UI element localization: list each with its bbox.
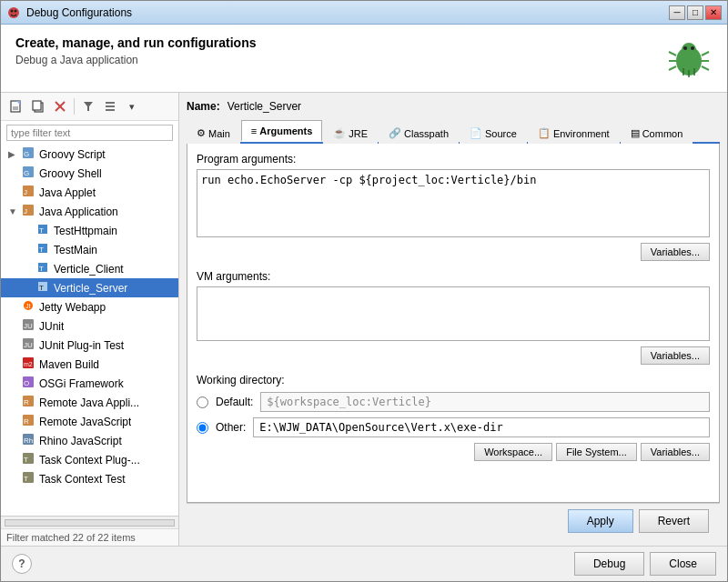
tree-item-label: Jetty Webapp <box>39 301 106 314</box>
tree-item-java-application[interactable]: ▼ J Java Application <box>1 202 178 221</box>
task-plug-icon: T <box>21 452 35 467</box>
arguments-tab-content: Program arguments: run echo.EchoServer -… <box>187 144 720 503</box>
config-name-row: Name: Verticle_Server <box>187 100 720 113</box>
tab-arguments[interactable]: ≡ Arguments <box>241 120 322 142</box>
dir-variables-button[interactable]: Variables... <box>641 443 710 461</box>
working-directory-section: Working directory: Default: Other: Works… <box>197 374 710 461</box>
tab-bar: ⚙ Main ≡ Arguments ☕ JRE 🔗 Classpath 📄 <box>187 120 720 144</box>
tree-item-groovy-shell[interactable]: G Groovy Shell <box>1 164 178 183</box>
java-app-icon: J <box>21 204 35 219</box>
filter-input[interactable] <box>6 125 173 141</box>
svg-point-5 <box>683 46 687 50</box>
left-panel: ▾ ▶ G Groovy Script G <box>1 93 179 546</box>
other-dir-input[interactable] <box>253 417 710 437</box>
junit-icon: JU <box>21 318 35 334</box>
tree-item-junit[interactable]: JU JUnit <box>1 316 178 336</box>
tree-item-testmain[interactable]: T TestMain <box>1 240 178 259</box>
tree-item-groovy-script[interactable]: ▶ G Groovy Script <box>1 145 178 164</box>
tab-source[interactable]: 📄 Source <box>460 122 527 144</box>
program-args-container: run echo.EchoServer -cp ${project_loc:Ve… <box>197 169 710 237</box>
tree-item-java-applet[interactable]: J Java Applet <box>1 183 178 202</box>
tree-item-junit-plugin[interactable]: JU JUnit Plug-in Test <box>1 336 178 355</box>
default-radio-row: Default: <box>197 392 710 412</box>
apply-revert-bar: Apply Revert <box>187 503 720 538</box>
close-button[interactable]: ✕ <box>705 5 722 20</box>
vm-args-input[interactable] <box>197 287 709 337</box>
expand-icon: ▶ <box>8 149 17 159</box>
tab-jre[interactable]: ☕ JRE <box>323 122 378 144</box>
vm-args-variables-button[interactable]: Variables... <box>641 346 710 365</box>
tree-item-remote-java[interactable]: R Remote Java Appli... <box>1 393 178 412</box>
tree-item-label: Remote Java Appli... <box>39 396 139 409</box>
svg-line-7 <box>669 52 676 55</box>
apply-button[interactable]: Apply <box>568 509 633 533</box>
tree-item-rhino[interactable]: Rh Rhino JavaScript <box>1 431 178 450</box>
svg-text:JU: JU <box>24 322 33 330</box>
working-dir-label: Working directory: <box>197 374 710 386</box>
tree-item-verticle-server[interactable]: T Verticle_Server <box>1 278 178 297</box>
svg-rect-21 <box>33 101 41 110</box>
tree-item-label: Java Applet <box>39 186 96 199</box>
default-dir-input[interactable] <box>260 392 710 412</box>
program-args-input[interactable]: run echo.EchoServer -cp ${project_loc:Ve… <box>197 170 709 234</box>
tree-item-label: TestMain <box>54 244 97 256</box>
filter-button[interactable] <box>78 96 98 116</box>
horizontal-scrollbar[interactable] <box>1 516 178 528</box>
tab-main[interactable]: ⚙ Main <box>187 122 240 144</box>
dropdown-button[interactable]: ▾ <box>122 96 142 116</box>
svg-point-1 <box>11 9 14 12</box>
svg-line-10 <box>702 52 709 55</box>
default-radio[interactable] <box>197 396 208 408</box>
duplicate-config-button[interactable] <box>28 96 48 116</box>
svg-text:T: T <box>39 284 44 292</box>
program-args-group: Program arguments: run echo.EchoServer -… <box>197 153 710 261</box>
vm-args-label: VM arguments: <box>197 270 710 283</box>
tree-item-osgi[interactable]: O OSGi Framework <box>1 374 178 393</box>
header-text: Create, manage, and run configurations D… <box>15 35 257 66</box>
program-args-variables-button[interactable]: Variables... <box>641 243 710 261</box>
new-config-button[interactable] <box>6 96 26 116</box>
close-dialog-button[interactable]: Close <box>650 552 716 576</box>
name-value: Verticle_Server <box>228 100 720 113</box>
svg-text:T: T <box>39 265 44 273</box>
tree-item-label: JUnit Plug-in Test <box>39 339 124 352</box>
tree-item-jetty-webapp[interactable]: Jt Jetty Webapp <box>1 297 178 316</box>
tab-environment[interactable]: 📋 Environment <box>528 122 620 144</box>
tree-item-testhttpmain[interactable]: T TestHttpmain <box>1 221 178 240</box>
vm-args-container <box>197 286 710 341</box>
tab-classpath[interactable]: 🔗 Classpath <box>379 122 459 144</box>
header-title: Create, manage, and run configurations <box>15 35 257 50</box>
remote-java-icon: R <box>21 395 35 410</box>
tree-item-verticle-client[interactable]: T Verticle_Client <box>1 259 178 278</box>
maximize-button[interactable]: □ <box>687 5 703 20</box>
title-bar-text: Debug Configurations <box>26 6 669 19</box>
svg-text:R: R <box>24 398 29 406</box>
name-label: Name: <box>187 100 220 113</box>
tree-item-task-context-test[interactable]: T Task Context Test <box>1 469 178 488</box>
tree-item-maven-build[interactable]: m2 Maven Build <box>1 355 178 374</box>
help-button[interactable]: ? <box>12 554 32 574</box>
minimize-button[interactable]: ─ <box>669 5 685 20</box>
task-test-icon: T <box>21 471 35 487</box>
scrollbar-track[interactable] <box>5 519 175 527</box>
tab-arguments-label: Arguments <box>259 125 312 136</box>
collapse-all-button[interactable] <box>100 96 120 116</box>
tree-item-label: Task Context Test <box>39 473 126 486</box>
debug-button[interactable]: Debug <box>574 552 644 576</box>
common-tab-icon: ▤ <box>631 127 640 139</box>
delete-config-button[interactable] <box>50 96 70 116</box>
env-tab-icon: 📋 <box>538 127 551 139</box>
main-content: ▾ ▶ G Groovy Script G <box>1 93 727 546</box>
tab-common[interactable]: ▤ Common <box>621 122 693 144</box>
tree-item-label: Rhino JavaScript <box>39 435 122 447</box>
tree-item-task-context-plug[interactable]: T Task Context Plug-... <box>1 450 178 469</box>
tree-item-remote-js[interactable]: R Remote JavaScript <box>1 412 178 431</box>
svg-marker-24 <box>84 102 93 111</box>
maven-icon: m2 <box>21 356 35 372</box>
tree-toolbar: ▾ <box>1 93 178 121</box>
revert-button[interactable]: Revert <box>639 509 709 533</box>
junit-plugin-icon: JU <box>21 337 35 353</box>
workspace-button[interactable]: Workspace... <box>474 443 552 461</box>
other-radio[interactable] <box>197 422 208 434</box>
filesystem-button[interactable]: File System... <box>556 443 637 461</box>
